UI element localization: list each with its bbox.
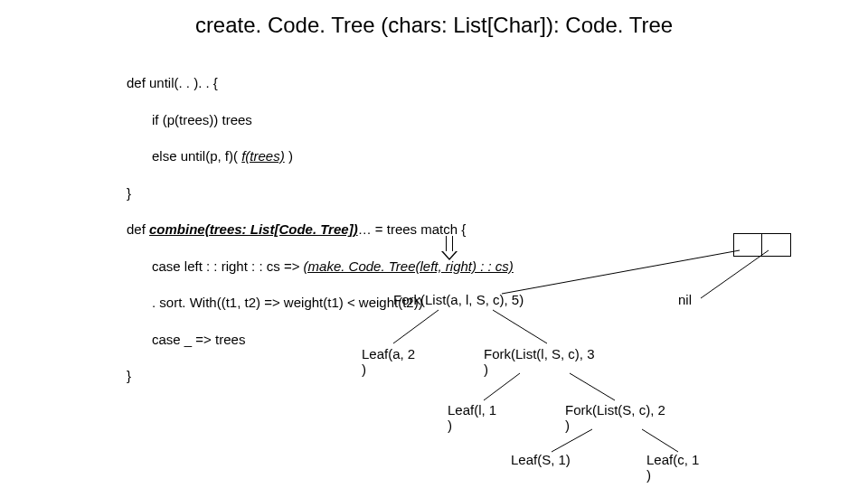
code-line: if (p(trees)) trees <box>152 111 514 129</box>
list-cell <box>762 233 791 257</box>
tree-node: Leaf(S, 1) <box>511 452 571 467</box>
code-line: } <box>127 184 514 202</box>
tree-diagram: nil Fork(List(a, l, S, c), 5) Leaf(a, 2 … <box>344 267 814 483</box>
code-line: def until(. . ). . { <box>127 74 514 92</box>
tree-node: Fork(List(l, S, c), 3 ) <box>484 346 595 377</box>
code-line: else until(p, f)( f(trees) ) <box>152 147 514 165</box>
down-arrow-icon <box>441 236 458 263</box>
tree-node: Leaf(l, 1 ) <box>448 402 496 433</box>
slide-title: create. Code. Tree (chars: List[Char]): … <box>0 13 868 38</box>
underline-bold-span: combine(trees: List[Code. Tree]) <box>149 221 358 237</box>
underline-span: f(trees) <box>241 148 285 164</box>
tree-node: Fork(List(a, l, S, c), 5) <box>393 292 524 307</box>
nil-label: nil <box>678 292 692 307</box>
list-cells <box>733 233 791 257</box>
tree-node: Leaf(c, 1 ) <box>646 452 699 483</box>
list-cell <box>733 233 762 257</box>
tree-node: Fork(List(S, c), 2 ) <box>565 402 665 433</box>
tree-node: Leaf(a, 2 ) <box>362 346 415 377</box>
